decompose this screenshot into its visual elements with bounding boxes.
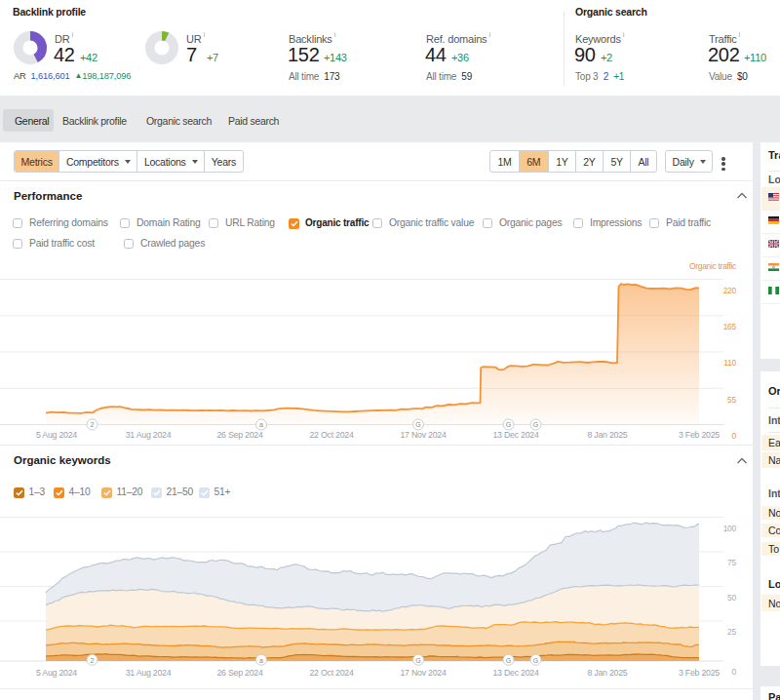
svg-text:22 Oct 2024: 22 Oct 2024 xyxy=(309,430,354,440)
svg-text:55: 55 xyxy=(727,395,736,405)
svg-text:G: G xyxy=(506,657,511,664)
svg-text:2: 2 xyxy=(91,657,95,664)
svg-text:3 Feb 2025: 3 Feb 2025 xyxy=(679,430,720,440)
svg-text:G: G xyxy=(415,421,420,428)
svg-text:5 Aug 2024: 5 Aug 2024 xyxy=(36,668,77,678)
svg-text:31 Aug 2024: 31 Aug 2024 xyxy=(126,430,172,440)
svg-text:25: 25 xyxy=(727,627,736,637)
svg-text:50: 50 xyxy=(727,593,736,603)
svg-text:0: 0 xyxy=(732,431,737,441)
svg-text:5 Aug 2024: 5 Aug 2024 xyxy=(36,430,77,440)
svg-text:13 Dec 2024: 13 Dec 2024 xyxy=(492,668,538,678)
svg-text:26 Sep 2024: 26 Sep 2024 xyxy=(216,430,263,440)
svg-text:G: G xyxy=(533,421,538,428)
svg-text:13 Dec 2024: 13 Dec 2024 xyxy=(492,430,538,440)
svg-text:8 Jan 2025: 8 Jan 2025 xyxy=(587,430,627,440)
svg-text:0: 0 xyxy=(732,667,737,677)
svg-text:G: G xyxy=(506,421,511,428)
svg-text:22 Oct 2024: 22 Oct 2024 xyxy=(309,668,354,678)
svg-text:100: 100 xyxy=(723,524,737,533)
svg-text:Organic traffic: Organic traffic xyxy=(689,261,737,271)
svg-text:26 Sep 2024: 26 Sep 2024 xyxy=(216,668,263,678)
svg-text:a: a xyxy=(259,421,263,428)
svg-text:G: G xyxy=(415,657,420,664)
svg-text:17 Nov 2024: 17 Nov 2024 xyxy=(400,430,446,440)
svg-text:31 Aug 2024: 31 Aug 2024 xyxy=(126,668,172,678)
svg-text:2: 2 xyxy=(91,421,95,428)
svg-text:110: 110 xyxy=(723,358,736,368)
svg-text:17 Nov 2024: 17 Nov 2024 xyxy=(400,668,446,678)
svg-text:220: 220 xyxy=(723,286,737,295)
svg-text:8 Jan 2025: 8 Jan 2025 xyxy=(587,668,627,678)
svg-text:75: 75 xyxy=(727,558,736,567)
svg-text:165: 165 xyxy=(723,322,737,331)
svg-text:3 Feb 2025: 3 Feb 2025 xyxy=(679,668,720,678)
svg-text:a: a xyxy=(259,657,263,664)
svg-text:G: G xyxy=(533,657,538,664)
